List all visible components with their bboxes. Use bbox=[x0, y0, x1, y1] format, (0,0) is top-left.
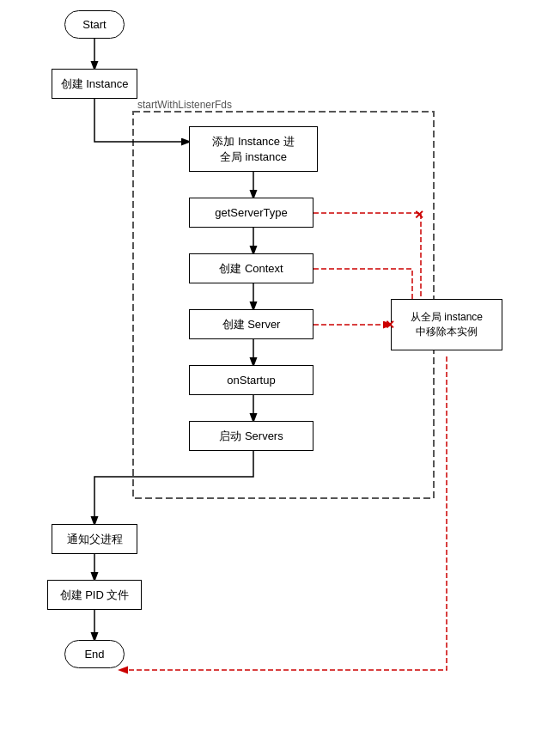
end-node: End bbox=[64, 640, 125, 668]
notify-parent-node: 通知父进程 bbox=[52, 524, 137, 554]
start-node: Start bbox=[64, 10, 125, 39]
create-server-node: 创建 Server bbox=[189, 309, 313, 339]
create-context-node: 创建 Context bbox=[189, 253, 313, 283]
get-server-type-node: getServerType bbox=[189, 198, 313, 228]
add-instance-node: 添加 Instance 进 全局 instance bbox=[189, 126, 318, 172]
start-servers-node: 启动 Servers bbox=[189, 421, 313, 451]
diagram-container: startWithListenerFds Start bbox=[0, 0, 560, 737]
remove-instance-node: 从全局 instance 中移除本实例 bbox=[391, 299, 502, 350]
on-startup-node: onStartup bbox=[189, 365, 313, 395]
create-instance-node: 创建 Instance bbox=[52, 69, 137, 99]
svg-text:startWithListenerFds: startWithListenerFds bbox=[137, 99, 232, 111]
create-pid-node: 创建 PID 文件 bbox=[47, 580, 142, 610]
